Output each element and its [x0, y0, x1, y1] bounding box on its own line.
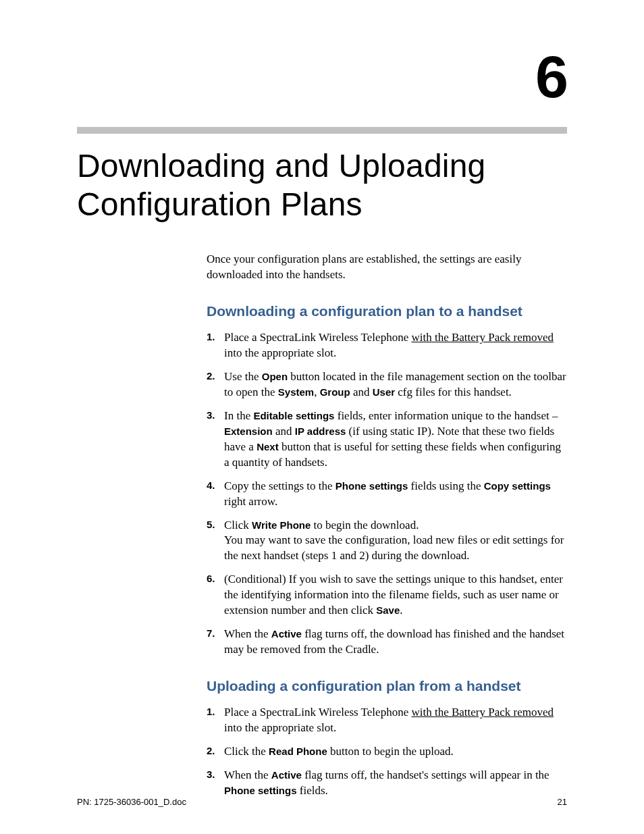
underline-text: with the Battery Pack removed: [411, 331, 554, 344]
intro-paragraph: Once your configuration plans are establ…: [207, 252, 567, 283]
bold-text: Read Phone: [269, 746, 327, 757]
section-heading-upload: Uploading a configuration plan from a ha…: [207, 678, 567, 694]
text: Place a SpectraLink Wireless Telephone: [224, 706, 411, 719]
bold-text: Extension: [224, 425, 273, 437]
bold-text: Active: [271, 628, 302, 640]
text: into the appropriate slot.: [224, 346, 336, 359]
text: cfg files for this handset.: [395, 386, 512, 398]
list-item: Copy the settings to the Phone settings …: [207, 479, 567, 510]
text: Copy the settings to the: [224, 479, 336, 492]
page: 6 Downloading and Uploading Configuratio…: [0, 0, 644, 834]
upload-steps: Place a SpectraLink Wireless Telephone w…: [207, 705, 567, 799]
list-item: Use the Open button located in the file …: [207, 369, 567, 400]
list-item: When the Active flag turns off, the hand…: [207, 768, 567, 799]
text: and: [273, 425, 295, 438]
text: ,: [314, 386, 320, 398]
text: Use the: [224, 370, 262, 383]
bold-text: Open: [262, 371, 288, 382]
bold-text: System: [278, 386, 314, 398]
text: Place a SpectraLink Wireless Telephone: [224, 331, 411, 344]
underline-text: with the Battery Pack removed: [411, 706, 554, 719]
list-item: Click the Read Phone button to begin the…: [207, 744, 567, 760]
text: flag turns off, the handset's settings w…: [302, 768, 549, 781]
section-heading-download: Downloading a configuration plan to a ha…: [207, 303, 567, 319]
bold-text: Phone settings: [336, 480, 408, 492]
bold-text: Next: [257, 441, 279, 452]
bold-text: Copy settings: [484, 480, 551, 492]
text: fields.: [297, 784, 328, 797]
bold-text: IP address: [295, 425, 346, 437]
text: to begin the download.: [311, 519, 419, 531]
text: fields, enter information unique to the …: [334, 409, 558, 422]
list-item: Place a SpectraLink Wireless Telephone w…: [207, 330, 567, 361]
text: right arrow.: [224, 495, 277, 508]
text: When the: [224, 768, 271, 781]
list-item: Place a SpectraLink Wireless Telephone w…: [207, 705, 567, 736]
text: into the appropriate slot.: [224, 721, 336, 734]
text: and: [350, 386, 373, 398]
text: Click: [224, 519, 252, 531]
text: You may want to save the configuration, …: [224, 533, 564, 562]
bold-text: Group: [320, 386, 350, 398]
horizontal-rule: [77, 127, 567, 134]
text: .: [400, 604, 402, 617]
bold-text: Editable settings: [253, 410, 334, 421]
list-item: When the Active flag turns off, the down…: [207, 627, 567, 658]
bold-text: User: [373, 386, 395, 398]
chapter-title: Downloading and Uploading Configuration …: [77, 147, 567, 224]
bold-text: Phone settings: [224, 785, 297, 796]
download-steps: Place a SpectraLink Wireless Telephone w…: [207, 330, 567, 658]
text: When the: [224, 627, 271, 640]
text: In the: [224, 409, 253, 422]
bold-text: Write Phone: [252, 519, 311, 531]
page-footer: PN: 1725-36036-001_D.doc 21: [77, 797, 567, 807]
list-item: In the Editable settings fields, enter i…: [207, 409, 567, 471]
footer-page-number: 21: [558, 797, 567, 807]
text: Click the: [224, 745, 269, 758]
list-item: (Conditional) If you wish to save the se…: [207, 572, 567, 619]
text: fields using the: [408, 479, 483, 492]
footer-docid: PN: 1725-36036-001_D.doc: [77, 797, 186, 807]
bold-text: Save: [376, 604, 400, 616]
bold-text: Active: [271, 769, 302, 781]
chapter-number: 6: [77, 47, 567, 107]
body-column: Once your configuration plans are establ…: [207, 252, 567, 798]
list-item: Click Write Phone to begin the download.…: [207, 518, 567, 565]
text: button to begin the upload.: [327, 745, 454, 758]
